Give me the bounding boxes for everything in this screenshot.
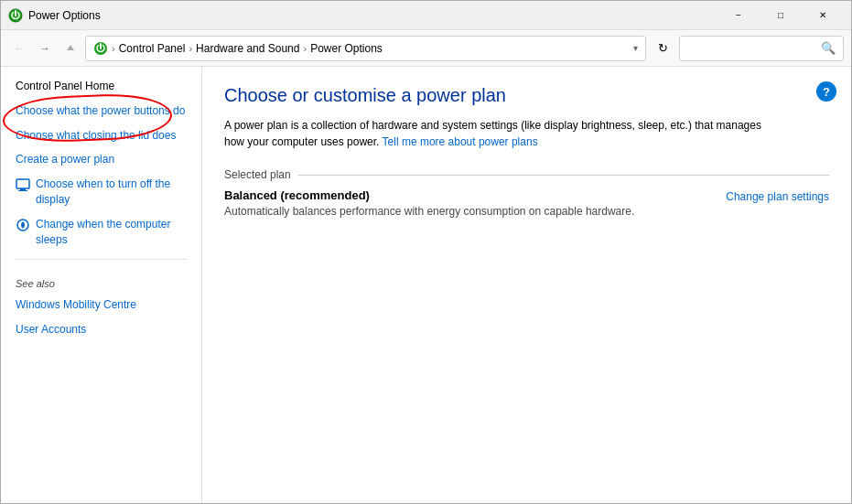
search-box[interactable]: 🔍 xyxy=(679,36,844,61)
main-panel: ? Choose or customise a power plan A pow… xyxy=(202,67,851,503)
path-icon xyxy=(93,41,108,56)
path-separator-1: › xyxy=(112,43,115,54)
path-control-panel[interactable]: Control Panel xyxy=(119,42,186,55)
content-area: Control Panel Home Choose what the power… xyxy=(1,67,851,503)
plan-divider xyxy=(298,175,829,176)
selected-plan-section: Selected plan Balanced (recommended) Aut… xyxy=(224,168,829,218)
window-title: Power Options xyxy=(28,9,717,22)
svg-rect-3 xyxy=(20,188,26,190)
refresh-button[interactable]: ↻ xyxy=(650,36,675,61)
help-button[interactable]: ? xyxy=(816,81,836,102)
sidebar-header: Control Panel Home xyxy=(1,74,201,99)
window: Power Options − □ ✕ ← → › Control Pane xyxy=(0,0,852,504)
sidebar-item-sleep[interactable]: Change when the computer sleeps xyxy=(1,212,201,252)
sleep-icon xyxy=(16,218,30,232)
selected-plan-label: Selected plan xyxy=(224,168,829,181)
path-hardware-sound[interactable]: Hardware and Sound xyxy=(196,42,299,55)
learn-more-link[interactable]: Tell me more about power plans xyxy=(383,135,538,148)
address-bar: ← → › Control Panel › Hardware and Sound… xyxy=(1,30,851,67)
plan-name: Balanced (recommended) xyxy=(224,188,634,202)
plan-info: Balanced (recommended) Automatically bal… xyxy=(224,188,634,218)
close-button[interactable]: ✕ xyxy=(802,1,844,30)
svg-rect-2 xyxy=(16,179,29,188)
sidebar: Control Panel Home Choose what the power… xyxy=(1,67,202,503)
up-button[interactable] xyxy=(59,38,81,59)
sidebar-item-turn-off-display[interactable]: Choose when to turn off the display xyxy=(1,172,201,212)
path-separator-3: › xyxy=(303,43,307,54)
search-input[interactable] xyxy=(687,42,817,55)
address-path[interactable]: › Control Panel › Hardware and Sound › P… xyxy=(85,36,646,61)
window-controls: − □ ✕ xyxy=(717,1,844,30)
path-separator-2: › xyxy=(189,43,192,54)
sidebar-item-create-plan[interactable]: Create a power plan xyxy=(1,147,201,172)
title-bar: Power Options − □ ✕ xyxy=(1,1,851,30)
sidebar-item-mobility-centre[interactable]: Windows Mobility Centre xyxy=(1,293,201,317)
sidebar-item-lid[interactable]: Choose what closing the lid does xyxy=(1,123,201,148)
see-also-label: See also xyxy=(1,267,201,293)
path-dropdown-icon[interactable]: ▾ xyxy=(633,43,638,53)
search-icon: 🔍 xyxy=(821,41,836,55)
back-button[interactable]: ← xyxy=(8,38,30,59)
sidebar-item-user-accounts[interactable]: User Accounts xyxy=(1,317,201,342)
forward-button[interactable]: → xyxy=(34,38,56,59)
svg-rect-4 xyxy=(18,190,27,191)
main-description: A power plan is a collection of hardware… xyxy=(224,117,773,150)
sidebar-item-power-buttons[interactable]: Choose what the power buttons do xyxy=(1,99,201,123)
maximize-button[interactable]: □ xyxy=(760,1,802,30)
plan-row: Balanced (recommended) Automatically bal… xyxy=(224,188,829,218)
monitor-icon xyxy=(16,177,30,192)
plan-description: Automatically balances performance with … xyxy=(224,205,634,218)
minimize-button[interactable]: − xyxy=(717,1,760,30)
up-arrow-icon xyxy=(65,43,76,54)
change-plan-link[interactable]: Change plan settings xyxy=(726,190,829,203)
main-title: Choose or customise a power plan xyxy=(224,85,829,106)
sidebar-divider xyxy=(16,259,187,260)
refresh-icon: ↻ xyxy=(658,41,668,55)
path-power-options[interactable]: Power Options xyxy=(310,42,383,55)
window-icon xyxy=(8,8,23,23)
